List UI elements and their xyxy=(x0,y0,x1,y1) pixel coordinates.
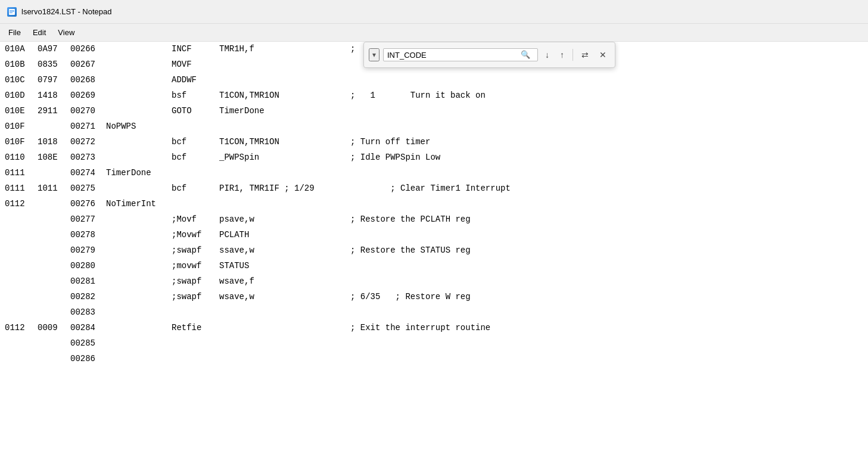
code-line: 00282;swapfwsave,w; 6/35 ; Restore W reg xyxy=(0,292,868,307)
code-line: 00285 xyxy=(0,338,868,354)
code-line: 00281;swapfwsave,f xyxy=(0,276,868,292)
find-divider xyxy=(573,49,573,61)
svg-rect-1 xyxy=(10,10,14,11)
find-up-button[interactable]: ↑ xyxy=(556,48,568,61)
svg-rect-2 xyxy=(10,11,14,12)
editor-area: ▾ 🔍 ↓ ↑ ⇄ ✕ 010A0A9700266INCFTMR1H,f; 1 … xyxy=(0,42,868,457)
menu-view[interactable]: View xyxy=(52,26,80,39)
app-icon xyxy=(7,7,17,17)
code-line: 00277;Movfpsave,w; Restore the PCLATH re… xyxy=(0,214,868,230)
find-input-wrapper: 🔍 xyxy=(383,48,538,61)
find-down-button[interactable]: ↓ xyxy=(542,48,553,61)
search-icon: 🔍 xyxy=(521,50,530,60)
code-line: 00283 xyxy=(0,307,868,323)
window-title: lservo1824.LST - Notepad xyxy=(21,7,112,16)
find-chevron-button[interactable]: ▾ xyxy=(369,48,379,61)
menu-file[interactable]: File xyxy=(2,26,27,39)
menu-edit[interactable]: Edit xyxy=(27,26,52,39)
code-line: 0110108E00273bcf_PWPSpin; Idle PWPSpin L… xyxy=(0,153,868,168)
find-close-button[interactable]: ✕ xyxy=(596,48,610,61)
code-content: 010A0A9700266INCFTMR1H,f; 1 010B08350026… xyxy=(0,44,868,369)
code-line: 010E291100270GOTOTimerDone xyxy=(0,106,868,122)
find-bar: ▾ 🔍 ↓ ↑ ⇄ ✕ xyxy=(363,42,615,68)
code-line: 010D141800269bsfT1CON,TMR1ON; 1 Turn it … xyxy=(0,91,868,106)
code-line: 00279;swapfssave,w; Restore the STATUS r… xyxy=(0,245,868,261)
menu-bar: File Edit View xyxy=(0,24,868,42)
title-bar: lservo1824.LST - Notepad xyxy=(0,0,868,24)
code-line: 010C079700268ADDWF xyxy=(0,75,868,91)
code-line: 0111101100275bcfPIR1, TMR1IF ; 1/29 ; Cl… xyxy=(0,184,868,199)
code-line: 011100274TimerDone xyxy=(0,168,868,184)
code-line: 00280;movwfSTATUS xyxy=(0,261,868,276)
code-line: 011200276NoTimerInt xyxy=(0,199,868,214)
code-line: 00286 xyxy=(0,354,868,369)
code-line: 0112000900284Retfie; Exit the interrupt … xyxy=(0,323,868,338)
find-options-button[interactable]: ⇄ xyxy=(578,48,592,61)
svg-rect-3 xyxy=(10,13,13,13)
code-line: 010F101800272bcfT1CON,TMR1ON; Turn off t… xyxy=(0,137,868,153)
code-line: 00278;MovwfPCLATH xyxy=(0,230,868,245)
code-line: 010F00271NoPWPS xyxy=(0,122,868,137)
find-input[interactable] xyxy=(387,51,518,60)
